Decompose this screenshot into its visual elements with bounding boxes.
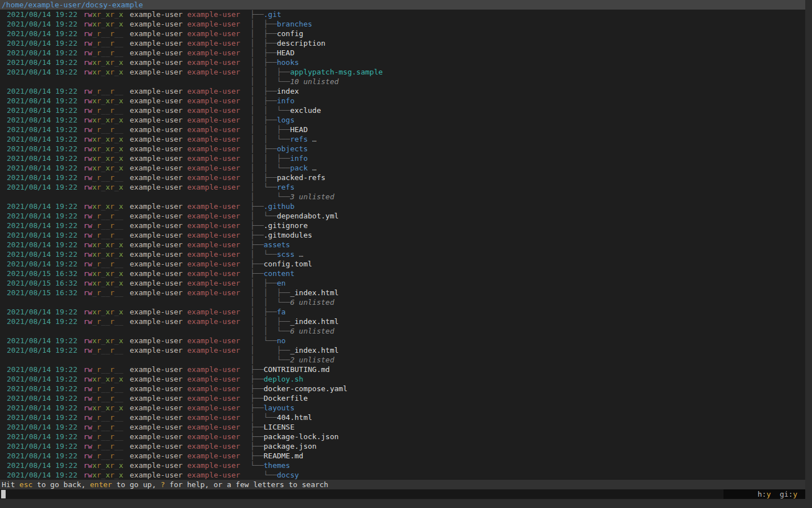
row-owner: example-user xyxy=(130,269,183,278)
row-group: example-user xyxy=(187,163,240,173)
file-name: config xyxy=(277,29,303,38)
flag-label: h: xyxy=(758,490,767,498)
row-owner: example-user xyxy=(130,278,183,288)
tree-cell: ├──.git xyxy=(250,10,281,19)
truncation-ellipsis: … xyxy=(294,250,303,259)
row-permissions: rwxr_xr_x xyxy=(83,307,123,317)
file-name: 404.html xyxy=(277,413,312,422)
row-modified-datetime: 2021/08/14 19:22 xyxy=(7,403,77,413)
tree-row[interactable]: 2021/08/15 16:32rw_r__r__example-userexa… xyxy=(0,288,805,297)
tree-row[interactable]: 2021/08/14 19:22rwxr_xr_xexample-userexa… xyxy=(0,182,805,192)
tree-cell: └──docsy xyxy=(250,470,299,480)
tree-row[interactable]: 2021/08/14 19:22rwxr_xr_xexample-userexa… xyxy=(0,144,805,154)
tree-row[interactable]: 2021/08/14 19:22rw_r__r__example-userexa… xyxy=(0,432,805,441)
tree-row[interactable]: 2021/08/14 19:22rw_r__r__example-userexa… xyxy=(0,29,805,38)
tree-branch-lines: │ ├── xyxy=(250,49,277,57)
tree-row[interactable]: 2021/08/14 19:22rwxr_xr_xexample-userexa… xyxy=(0,470,805,480)
tree-row[interactable]: 2021/08/14 19:22rw_r__r__example-userexa… xyxy=(0,106,805,115)
tree-row[interactable]: │ └──2 unlisted xyxy=(0,355,805,365)
tree-cell: │ ├──index xyxy=(250,86,299,96)
row-group: example-user xyxy=(187,422,240,432)
row-owner: example-user xyxy=(130,249,183,259)
row-group: example-user xyxy=(187,134,240,144)
tree-row[interactable]: 2021/08/14 19:22rwxr_xr_xexample-userexa… xyxy=(0,10,805,19)
row-modified-datetime: 2021/08/14 19:22 xyxy=(7,211,77,221)
tree-row[interactable]: 2021/08/14 19:22rwxr_xr_xexample-userexa… xyxy=(0,403,805,413)
tree-row[interactable]: 2021/08/14 19:22rw_r__r__example-userexa… xyxy=(0,48,805,58)
tree-row[interactable]: 2021/08/14 19:22rwxr_xr_xexample-userexa… xyxy=(0,249,805,259)
tree-row[interactable]: 2021/08/14 19:22rwxr_xr_xexample-userexa… xyxy=(0,240,805,249)
row-owner: example-user xyxy=(130,317,183,326)
row-owner: example-user xyxy=(130,403,183,413)
tree-row[interactable]: 2021/08/14 19:22rw_r__r__example-userexa… xyxy=(0,38,805,48)
tree-row[interactable]: 2021/08/14 19:22rw_r__r__example-userexa… xyxy=(0,259,805,269)
tree-row[interactable]: 2021/08/14 19:22rwxr_xr_xexample-userexa… xyxy=(0,67,805,77)
truncation-ellipsis: … xyxy=(308,164,317,172)
tree-row[interactable]: 2021/08/14 19:22rwxr_xr_xexample-userexa… xyxy=(0,336,805,345)
tree-row[interactable]: 2021/08/14 19:22rw_r__r__example-userexa… xyxy=(0,422,805,432)
tree-row[interactable]: 2021/08/14 19:22rwxr_xr_xexample-userexa… xyxy=(0,19,805,29)
tree-row[interactable]: │ │ └──6 unlisted xyxy=(0,326,805,336)
tree-row[interactable]: 2021/08/14 19:22rwxr_xr_xexample-userexa… xyxy=(0,58,805,67)
tree-row[interactable]: 2021/08/14 19:22rw_r__r__example-userexa… xyxy=(0,86,805,96)
tree-cell: ├──config.toml xyxy=(250,259,312,269)
file-tree-panel: 2021/08/14 19:22rwxr_xr_xexample-userexa… xyxy=(0,10,805,480)
row-group: example-user xyxy=(187,125,240,134)
tree-branch-lines: ├── xyxy=(250,202,263,211)
tree-row[interactable]: 2021/08/14 19:22rwxr_xr_xexample-userexa… xyxy=(0,374,805,384)
tree-row[interactable]: 2021/08/14 19:22rw_r__r__example-userexa… xyxy=(0,345,805,355)
tree-row[interactable]: 2021/08/14 19:22rw_r__r__example-userexa… xyxy=(0,365,805,374)
tree-cell: │ ├──hooks xyxy=(250,58,299,67)
row-owner: example-user xyxy=(130,163,183,173)
tree-row[interactable]: 2021/08/14 19:22rw_r__r__example-userexa… xyxy=(0,221,805,230)
tree-row[interactable]: 2021/08/14 19:22rw_r__r__example-userexa… xyxy=(0,173,805,182)
tree-row[interactable]: 2021/08/14 19:22rw_r__r__example-userexa… xyxy=(0,230,805,240)
tree-row[interactable]: 2021/08/14 19:22rwxr_xr_xexample-userexa… xyxy=(0,154,805,163)
row-permissions: rw_r__r__ xyxy=(83,384,123,393)
directory-name: .git xyxy=(263,10,281,19)
unlisted-count: 10 unlisted xyxy=(290,77,338,86)
tree-cell: │ ├──description xyxy=(250,38,325,48)
tree-row[interactable]: │ │ └──6 unlisted xyxy=(0,297,805,307)
tree-row[interactable]: 2021/08/14 19:22rw_r__r__example-userexa… xyxy=(0,451,805,461)
tree-row[interactable]: 2021/08/14 19:22rw_r__r__example-userexa… xyxy=(0,393,805,403)
row-permissions: rw_r__r__ xyxy=(83,413,123,422)
directory-name: content xyxy=(263,269,294,278)
tree-row[interactable]: │ │ └──10 unlisted xyxy=(0,77,805,86)
directory-name: refs xyxy=(277,183,294,191)
tree-row[interactable]: 2021/08/14 19:22rwxr_xr_xexample-userexa… xyxy=(0,115,805,125)
tree-row[interactable]: 2021/08/14 19:22rwxr_xr_xexample-userexa… xyxy=(0,202,805,211)
tree-row[interactable]: 2021/08/15 16:32rwxr_xr_xexample-userexa… xyxy=(0,278,805,288)
tree-row[interactable]: 2021/08/14 19:22rw_r__r__example-userexa… xyxy=(0,413,805,422)
tree-row[interactable]: 2021/08/14 19:22rwxr_xr_xexample-userexa… xyxy=(0,461,805,470)
row-group: example-user xyxy=(187,269,240,278)
tree-row[interactable]: 2021/08/14 19:22rw_r__r__example-userexa… xyxy=(0,384,805,393)
tree-cell: ├──layouts xyxy=(250,403,294,413)
flag-value: y xyxy=(766,490,771,498)
tree-row[interactable]: 2021/08/14 19:22rw_r__r__example-userexa… xyxy=(0,441,805,451)
tree-row[interactable]: │ └──3 unlisted xyxy=(0,192,805,202)
row-permissions: rw_r__r__ xyxy=(83,173,123,182)
tree-cell: ├──content xyxy=(250,269,294,278)
search-input[interactable]: h:y gi:y xyxy=(0,489,805,499)
tree-cell: ├──CONTRIBUTING.md xyxy=(250,365,330,374)
tree-cell: │ │ ├──info xyxy=(250,154,308,163)
tree-branch-lines: │ ├── xyxy=(250,39,277,47)
tree-row[interactable]: 2021/08/14 19:22rwxr_xr_xexample-userexa… xyxy=(0,134,805,144)
row-modified-datetime: 2021/08/14 19:22 xyxy=(7,470,77,480)
tree-row[interactable]: 2021/08/14 19:22rw_r__r__example-userexa… xyxy=(0,317,805,326)
tree-row[interactable]: 2021/08/14 19:22rwxr_xr_xexample-userexa… xyxy=(0,163,805,173)
tree-row[interactable]: 2021/08/14 19:22rwxr_xr_xexample-userexa… xyxy=(0,96,805,106)
file-name: README.md xyxy=(263,452,303,460)
tree-row[interactable]: 2021/08/14 19:22rwxr_xr_xexample-userexa… xyxy=(0,307,805,317)
directory-name: themes xyxy=(263,461,290,470)
row-group: example-user xyxy=(187,393,240,403)
row-group: example-user xyxy=(187,413,240,422)
tree-branch-lines: ├── xyxy=(250,442,263,450)
tree-row[interactable]: 2021/08/15 16:32rwxr_xr_xexample-userexa… xyxy=(0,269,805,278)
status-text: for help, or a few letters to search xyxy=(165,480,329,489)
row-modified-datetime: 2021/08/14 19:22 xyxy=(7,249,77,259)
tree-row[interactable]: 2021/08/14 19:22rw_r__r__example-userexa… xyxy=(0,125,805,134)
tree-row[interactable]: 2021/08/14 19:22rw_r__r__example-userexa… xyxy=(0,211,805,221)
row-permissions: rwxr_xr_x xyxy=(83,115,123,125)
